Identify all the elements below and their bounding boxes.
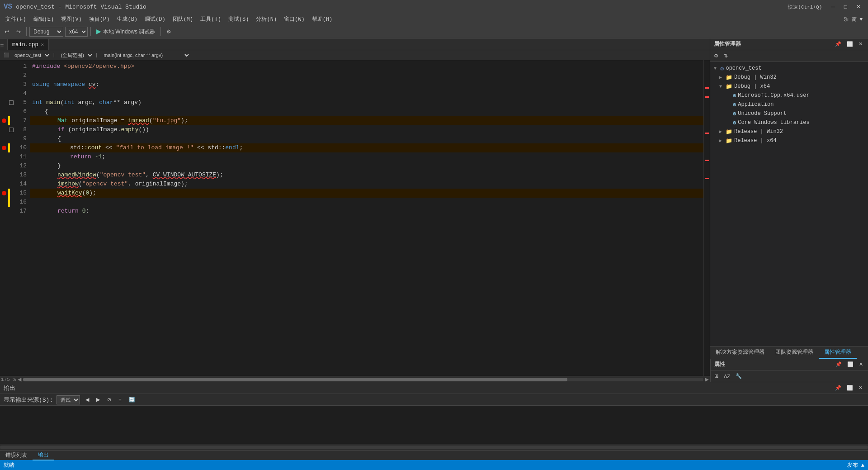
menu-project[interactable]: 项目(P) <box>85 14 113 24</box>
code-content[interactable]: #include <opencv2/opencv.hpp> using name… <box>30 60 703 376</box>
window-title: opencv_test - Microsoft Visual Studio <box>16 4 146 10</box>
ln-11: 11 <box>14 152 30 161</box>
gutter-line-12: 12 <box>0 161 30 171</box>
tab-team-explorer[interactable]: 团队资源管理器 <box>770 347 819 359</box>
tree-core-windows[interactable]: ⚙ Core Windows Libraries <box>710 118 868 127</box>
editor-tab-main[interactable]: main.cpp ✕ <box>7 39 49 50</box>
code-line-9: { <box>30 134 703 143</box>
sidebar-toggle[interactable]: ≡ <box>0 43 7 50</box>
nav-icon: ⬛ <box>4 52 9 58</box>
tree-application[interactable]: ⚙ Application <box>710 100 868 109</box>
props-wrench-btn[interactable]: 🔧 <box>734 372 744 380</box>
output-btn-2[interactable]: ▶ <box>94 396 102 403</box>
output-btn-5[interactable]: 🔄 <box>127 396 137 403</box>
properties-manager-header: 属性管理器 📌 ⬜ ✕ <box>710 38 868 50</box>
symbol-dropdown[interactable]: main(int argc, char ** argv) <box>100 51 190 59</box>
bottom-area: 输出 📌 ⬜ ✕ 显示输出来源(S): 调试 生成 ◀ ▶ ⊘ ≡ 🔄 <box>0 382 868 460</box>
num-0: 0 <box>85 189 89 198</box>
props-pin-btn[interactable]: 📌 <box>834 361 844 368</box>
quick-launch[interactable]: 快速(Ctrl+Q) <box>788 4 822 10</box>
zoom-plus[interactable]: ▶ <box>705 375 709 382</box>
output-btn-3[interactable]: ⊘ <box>105 396 113 403</box>
panel-pin-btn[interactable]: 📌 <box>833 40 843 48</box>
scroll-marker-3 <box>705 133 709 134</box>
output-scroll-track[interactable] <box>0 446 868 449</box>
h-scroll-track[interactable] <box>23 378 703 381</box>
scope-dropdown[interactable]: (全局范围) <box>57 51 94 59</box>
tab-properties-manager[interactable]: 属性管理器 <box>819 347 857 359</box>
kw-endl: endl <box>225 143 239 152</box>
tree-release-win32[interactable]: ▶ 📁 Release | Win32 <box>710 127 868 136</box>
cv-const: CV_WINDOW_AUTOSIZE <box>153 171 216 180</box>
gutter: 1 2 3 <box>0 60 30 376</box>
tree-debug-x64[interactable]: ▼ 📁 Debug | x64 <box>710 82 868 91</box>
tree-release-win32-label: Release | Win32 <box>734 128 783 135</box>
fold-icon-5[interactable]: - <box>9 100 14 105</box>
status-publish[interactable]: 发布 ▲ <box>847 461 864 469</box>
output-btn-1[interactable]: ◀ <box>84 396 91 403</box>
panel-close-btn[interactable]: ✕ <box>857 40 864 48</box>
bp-area-15[interactable] <box>0 191 8 195</box>
bp-area-7[interactable] <box>0 119 8 123</box>
menu-build[interactable]: 生成(B) <box>113 14 141 24</box>
tree-msvc-user[interactable]: ⚙ Microsoft.Cpp.x64.user <box>710 91 868 100</box>
tab-solution-explorer[interactable]: 解决方案资源管理器 <box>710 347 770 359</box>
fold-area-5[interactable]: - <box>8 100 14 105</box>
toolbar-extra[interactable]: ⚙ <box>164 28 174 36</box>
run-button[interactable]: ▶ 本地 Windows 调试器 <box>94 27 158 37</box>
code-line-5: int main ( int argc, char ** argv) <box>30 98 703 107</box>
menu-edit[interactable]: 编辑(E) <box>30 14 58 24</box>
maximize-button[interactable]: □ <box>840 2 851 12</box>
menu-analyze[interactable]: 分析(N) <box>252 14 280 24</box>
output-pin-btn[interactable]: 📌 <box>833 384 843 392</box>
ln-10: 10 <box>14 143 30 152</box>
output-close-btn[interactable]: ✕ <box>857 384 864 392</box>
props-settings-btn[interactable]: ⚙ <box>712 52 720 60</box>
props-float-btn[interactable]: ⬜ <box>845 361 855 368</box>
close-button[interactable]: ✕ <box>853 2 864 12</box>
props-close-btn[interactable]: ✕ <box>857 361 865 368</box>
tree-root[interactable]: ▼ ⚙ opencv_test <box>710 64 868 73</box>
str-tujpg: "tu.jpg" <box>153 116 181 125</box>
config-dropdown[interactable]: Debug Release <box>29 27 63 37</box>
menu-view[interactable]: 视图(V) <box>57 14 85 24</box>
toolbar-undo[interactable]: ↩ <box>2 28 12 36</box>
menu-test[interactable]: 测试(S) <box>225 14 253 24</box>
bottom-tab-output[interactable]: 输出 <box>33 450 54 461</box>
tree-unicode[interactable]: ⚙ Unicode Support <box>710 109 868 118</box>
status-left: 就绪 <box>4 461 14 469</box>
tab-close-btn[interactable]: ✕ <box>41 42 44 47</box>
kw-include: #include <box>32 62 60 71</box>
menu-team[interactable]: 团队(M) <box>169 14 197 24</box>
vertical-scrollbar[interactable] <box>703 60 710 376</box>
minimize-button[interactable]: ─ <box>827 2 839 12</box>
tree-release-x64[interactable]: ▶ 📁 Release | x64 <box>710 136 868 145</box>
bp-area-10[interactable] <box>0 146 8 150</box>
zoom-minus[interactable]: ◀ <box>18 375 21 382</box>
menu-debug[interactable]: 调试(D) <box>141 14 169 24</box>
panel-float-btn[interactable]: ⬜ <box>845 40 855 48</box>
h-scroll-thumb[interactable] <box>23 378 567 381</box>
fold-icon-8[interactable]: - <box>9 128 14 132</box>
output-btn-4[interactable]: ≡ <box>117 397 123 403</box>
project-dropdown[interactable]: opencv_test <box>11 51 51 59</box>
platform-dropdown[interactable]: x64 x86 <box>65 27 88 37</box>
menu-tools[interactable]: 工具(T) <box>197 14 225 24</box>
code-line-11: return -1 ; <box>30 152 703 161</box>
bottom-tab-errors[interactable]: 错误列表 <box>0 451 33 460</box>
output-hscroll[interactable] <box>0 444 868 450</box>
menu-window[interactable]: 窗口(W) <box>280 14 308 24</box>
toolbar-redo[interactable]: ↪ <box>14 28 24 36</box>
tree-debug-win32[interactable]: ▶ 📁 Debug | Win32 <box>710 73 868 82</box>
menu-help[interactable]: 帮助(H) <box>308 14 336 24</box>
ln-14: 14 <box>14 180 30 189</box>
props-az-btn[interactable]: AZ <box>722 373 732 380</box>
nav-sep: | <box>52 52 56 58</box>
fold-area-8[interactable]: - <box>8 128 14 132</box>
horizontal-scrollbar[interactable]: 175 % ◀ ▶ <box>0 376 710 382</box>
output-source-select[interactable]: 调试 生成 <box>57 395 80 404</box>
props-sort-btn[interactable]: ⇅ <box>722 52 730 60</box>
props-grid-btn[interactable]: ⊞ <box>712 372 720 380</box>
menu-file[interactable]: 文件(F) <box>2 14 30 24</box>
output-float-btn[interactable]: ⬜ <box>845 384 855 392</box>
